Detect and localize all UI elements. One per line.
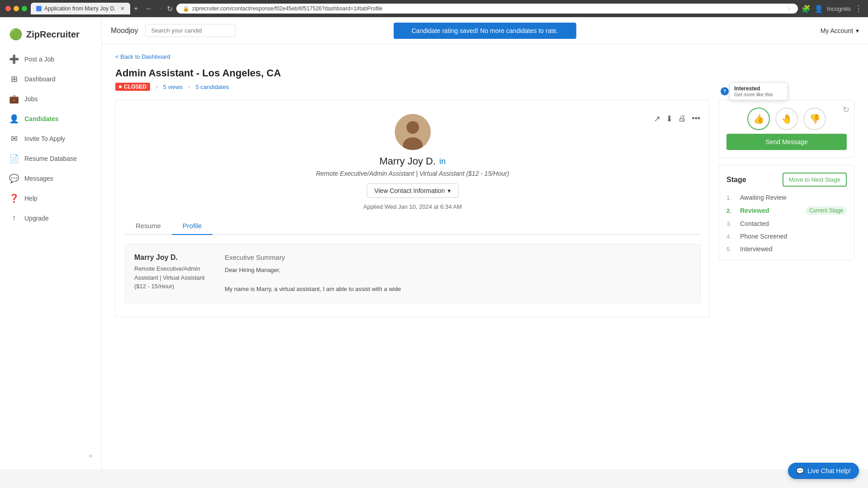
applied-date: Applied Wed Jan 10, 2024 at 6:34 AM <box>363 203 462 210</box>
sidebar-item-dashboard[interactable]: ⊞ Dashboard <box>0 70 101 89</box>
address-bar[interactable]: 🔒 ziprecruiter.com/contact/response/f02e… <box>176 4 798 14</box>
candidate-name: Marry Joy D. in <box>379 155 446 167</box>
profile-icon[interactable]: 👤 <box>814 5 823 13</box>
main-content: Moodjoy Candidate rating saved! No more … <box>102 17 868 469</box>
two-column-layout: ↗ ⬇ 🖨 ••• <box>115 100 854 317</box>
exec-summary-title: Executive Summary <box>225 253 691 261</box>
tab-profile[interactable]: Profile <box>172 217 213 235</box>
thumbs-down-button[interactable]: 👎 <box>803 108 826 130</box>
job-title: Admin Assistant - Los Angeles, CA <box>115 67 854 79</box>
refresh-icon[interactable]: ↻ <box>843 105 849 115</box>
sidebar-item-label: Upgrade <box>24 215 49 222</box>
tooltip-title: Interested <box>734 85 783 92</box>
profile-card-right: Executive Summary Dear Hiring Manager, M… <box>225 253 691 294</box>
sidebar-item-help[interactable]: ❓ Help <box>0 189 101 208</box>
sidebar: 🟢 ZipRecruiter ➕ Post a Job ⊞ Dashboard … <box>0 17 102 469</box>
account-chevron-icon: ▾ <box>856 27 859 34</box>
stage-list: 1. Awaiting Review 2. Reviewed Current S… <box>726 194 847 253</box>
extension-icon[interactable]: 🧩 <box>802 5 811 13</box>
send-message-button[interactable]: Send Message <box>726 134 847 150</box>
notification-banner: Candidate rating saved! No more candidat… <box>393 23 576 39</box>
print-icon[interactable]: 🖨 <box>678 114 686 124</box>
current-stage-badge: Current Stage <box>806 206 847 215</box>
browser-tab[interactable]: Application from Marry Joy D. ✕ <box>31 3 130 14</box>
browser-max-btn[interactable] <box>22 6 27 11</box>
stage-item-reviewed: 2. Reviewed Current Stage <box>726 206 847 215</box>
view-contact-button[interactable]: View Contact Information ▾ <box>367 183 458 198</box>
job-status-badge: CLOSED <box>115 83 150 91</box>
chat-icon: 💬 <box>796 467 804 469</box>
new-tab-button[interactable]: + <box>134 5 138 13</box>
logo-text: ZipRecruiter <box>26 29 80 40</box>
bookmark-icon[interactable]: ☆ <box>787 5 792 12</box>
incognito-label: Incognito <box>827 5 851 12</box>
stage-label: Interviewed <box>740 245 773 253</box>
sidebar-collapse-btn[interactable]: « <box>0 447 101 464</box>
url-display: ziprecruiter.com/contact/response/f02e45… <box>192 5 382 12</box>
neutral-button[interactable]: 🤚 <box>775 108 798 130</box>
tooltip-subtitle: Get more like this <box>734 92 783 97</box>
share-icon[interactable]: ↗ <box>654 114 660 124</box>
sidebar-item-label: Post a Job <box>24 56 54 63</box>
thumbs-up-button[interactable]: 👍 ? Interested Get more like this <box>747 108 770 130</box>
rating-buttons: 👍 ? Interested Get more like this 🤚 👎 <box>726 108 847 130</box>
separator: › <box>188 83 190 90</box>
tab-resume[interactable]: Resume <box>125 217 172 235</box>
job-candidates-link[interactable]: 5 candidates <box>196 84 229 90</box>
rating-panel: ↻ 👍 ? Interested Get more like this <box>719 100 854 158</box>
sidebar-nav: ➕ Post a Job ⊞ Dashboard 💼 Jobs 👤 Candid… <box>0 50 101 227</box>
sidebar-item-jobs[interactable]: 💼 Jobs <box>0 89 101 108</box>
candidate-subtitle: Remote Executive/Admin Assistant | Virtu… <box>316 170 509 177</box>
reload-btn[interactable]: ↻ <box>167 5 173 13</box>
lock-icon: 🔒 <box>183 5 189 12</box>
linkedin-icon[interactable]: in <box>439 157 446 166</box>
svg-point-1 <box>406 121 419 134</box>
sidebar-item-label: Messages <box>24 175 53 182</box>
browser-close-btn[interactable] <box>5 6 11 11</box>
candidate-action-row: ↗ ⬇ 🖨 ••• <box>654 114 700 124</box>
candidate-panel: ↗ ⬇ 🖨 ••• <box>115 100 710 317</box>
search-input[interactable] <box>145 24 236 37</box>
tab-close-icon[interactable]: ✕ <box>120 5 125 12</box>
more-options-icon[interactable]: ⋮ <box>854 4 863 14</box>
breadcrumb[interactable]: Back to Dashboard <box>115 53 854 60</box>
candidate-header: ↗ ⬇ 🖨 ••• <box>125 114 700 244</box>
sidebar-item-label: Dashboard <box>24 75 56 83</box>
stage-label: Contacted <box>740 220 769 227</box>
sidebar-item-messages[interactable]: 💬 Messages <box>0 169 101 188</box>
browser-min-btn[interactable] <box>14 6 19 11</box>
post-job-icon: ➕ <box>9 54 19 64</box>
sidebar-item-post-job[interactable]: ➕ Post a Job <box>0 50 101 69</box>
sidebar-item-label: Resume Database <box>24 155 77 162</box>
sidebar-item-label: Help <box>24 195 38 202</box>
stage-title: Stage <box>726 176 746 184</box>
sidebar-item-invite-to-apply[interactable]: ✉ Invite To Apply <box>0 129 101 148</box>
forward-btn[interactable]: → <box>156 5 163 13</box>
profile-card-title: Remote Executive/Admin Assistant | Virtu… <box>134 264 216 291</box>
live-chat-button[interactable]: 💬 Live Chat Help! <box>788 463 859 469</box>
stage-panel: Stage Move to Next Stage 1. Awaiting Rev… <box>719 165 854 260</box>
sidebar-item-resume-database[interactable]: 📄 Resume Database <box>0 149 101 168</box>
sidebar-item-upgrade[interactable]: ↑ Upgrade <box>0 209 101 227</box>
account-menu[interactable]: My Account ▾ <box>821 27 859 34</box>
browser-chrome: Application from Marry Joy D. ✕ + ← → ↻ … <box>0 0 868 17</box>
job-views-link[interactable]: 5 views <box>163 84 183 90</box>
move-to-next-stage-button[interactable]: Move to Next Stage <box>783 173 847 187</box>
back-btn[interactable]: ← <box>145 5 152 13</box>
more-actions-icon[interactable]: ••• <box>692 114 700 124</box>
stage-label: Reviewed <box>740 207 769 214</box>
sidebar-item-candidates[interactable]: 👤 Candidates <box>0 109 101 128</box>
logo-icon: 🟢 <box>9 28 23 41</box>
stage-header: Stage Move to Next Stage <box>726 173 847 187</box>
exec-summary-text: Dear Hiring Manager, My name is Marry, a… <box>225 266 691 294</box>
stage-item-awaiting-review: 1. Awaiting Review <box>726 194 847 201</box>
sidebar-item-label: Invite To Apply <box>24 135 65 142</box>
profile-card-name: Marry Joy D. <box>134 253 216 262</box>
resume-icon: 📄 <box>9 154 19 164</box>
stage-label: Awaiting Review <box>740 194 786 201</box>
download-icon[interactable]: ⬇ <box>666 114 673 124</box>
topbar: Moodjoy Candidate rating saved! No more … <box>102 17 868 44</box>
stage-item-interviewed: 5. Interviewed <box>726 245 847 253</box>
invite-icon: ✉ <box>9 134 19 144</box>
tab-title: Application from Marry Joy D. <box>44 5 115 12</box>
